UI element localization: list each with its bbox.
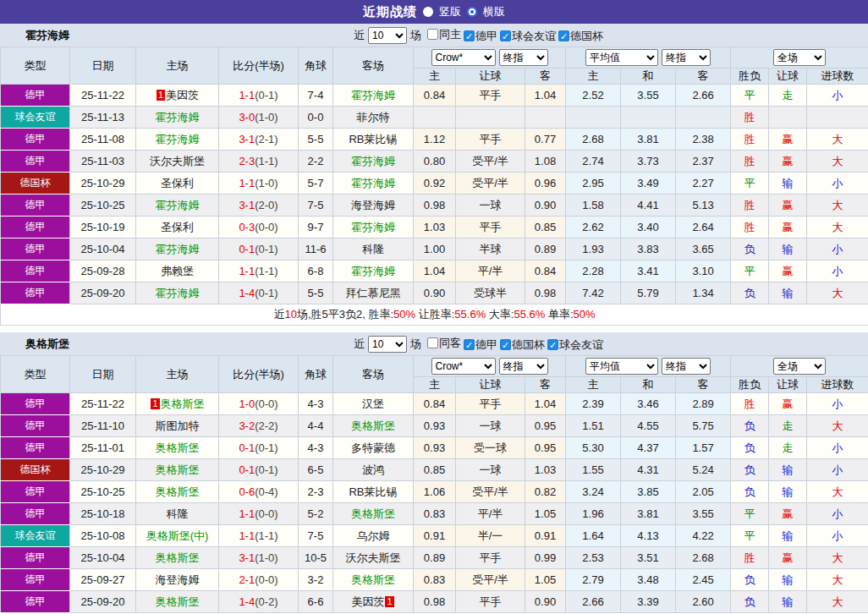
away-team-name[interactable]: 菲尔特 (357, 111, 390, 123)
col-date: 日期 (70, 356, 136, 393)
radio-horizontal-icon[interactable] (467, 7, 477, 17)
away-team-name[interactable]: 霍芬海姆 (351, 221, 395, 233)
away-team-name[interactable]: 海登海姆 (351, 199, 395, 211)
filter-checkbox-德国杯[interactable]: ✓德国杯 (558, 29, 603, 44)
away-team-name[interactable]: 霍芬海姆 (351, 177, 395, 189)
avg-away-cell: 4.22 (676, 525, 731, 547)
checkbox-icon[interactable] (427, 337, 438, 348)
checkbox-icon[interactable]: ✓ (500, 339, 511, 350)
odds-source-select[interactable]: Crow* (431, 358, 496, 375)
filter-checkbox-球会友谊[interactable]: ✓球会友谊 (547, 337, 603, 353)
home-team-name[interactable]: 圣保利 (161, 221, 194, 233)
radio-vertical-icon[interactable] (423, 7, 433, 17)
avg-source-select[interactable]: 平均值 (585, 358, 658, 375)
fulltime-score: 1-1 (239, 529, 255, 542)
away-team-name[interactable]: 霍芬海姆 (351, 89, 395, 101)
result-goals-cell: 小 (807, 260, 868, 282)
filter-checkbox-德甲[interactable]: ✓德甲 (464, 29, 497, 44)
away-team-name[interactable]: 多特蒙德 (351, 441, 395, 454)
match-count-select[interactable]: 10 (368, 27, 407, 44)
odds-home-cell: 1.03 (414, 217, 456, 238)
odds-final-select[interactable]: 终指 (499, 49, 548, 66)
home-team-name[interactable]: 奥格斯堡 (156, 551, 200, 564)
away-team-name[interactable]: 霍芬海姆 (351, 265, 395, 277)
col-away: 客场 (333, 356, 414, 393)
away-team-name[interactable]: 霍芬海姆 (351, 155, 395, 167)
filter-checkbox-同主[interactable]: 同主 (427, 27, 461, 42)
home-team-name[interactable]: 奥格斯堡 (156, 463, 200, 476)
match-row: 德国杯25-10-29圣保利1-1(1-0)5-7霍芬海姆0.92受平/半0.9… (1, 173, 868, 195)
odds-group-header: Crow*终指 (414, 47, 566, 69)
avg-source-select[interactable]: 平均值 (585, 49, 658, 66)
result-wdl-cell: 负 (731, 415, 769, 437)
odds-away-cell: 1.05 (525, 503, 566, 525)
home-team-name[interactable]: 霍芬海姆 (156, 111, 200, 123)
away-team-name[interactable]: 美因茨 (351, 595, 384, 608)
away-team-name[interactable]: 奥格斯堡 (351, 507, 395, 520)
away-team-name[interactable]: 乌尔姆 (357, 529, 390, 542)
fulltime-select[interactable]: 全场 (773, 358, 826, 375)
avg-draw-cell: 4.37 (621, 437, 676, 459)
away-team-name[interactable]: RB莱比锡 (349, 133, 397, 145)
halftime-score: (0-2) (255, 595, 277, 608)
home-team-name[interactable]: 圣保利 (161, 177, 194, 189)
filter-checkbox-德国杯[interactable]: ✓德国杯 (500, 337, 545, 353)
radio-horizontal-label[interactable]: 横版 (483, 4, 505, 19)
away-team-cell: 汉堡 (333, 393, 414, 415)
checkbox-icon[interactable]: ✓ (500, 30, 511, 41)
odds-final-select[interactable]: 终指 (499, 358, 548, 375)
home-team-name[interactable]: 霍芬海姆 (156, 243, 200, 255)
home-team-name[interactable]: 奥格斯堡 (156, 595, 200, 608)
result-handicap-cell: 输 (769, 459, 807, 481)
handicap-cell: 平/半 (456, 260, 525, 282)
away-team-name[interactable]: 奥格斯堡 (351, 573, 395, 586)
home-team-name[interactable]: 霍芬海姆 (156, 199, 200, 211)
filter-checkbox-德甲[interactable]: ✓德甲 (464, 337, 497, 353)
match-date-cell: 25-10-25 (70, 195, 136, 217)
away-team-name[interactable]: 拜仁慕尼黑 (346, 287, 401, 299)
match-row: 德国杯25-10-29奥格斯堡0-1(0-1)6-5波鸿0.85一球1.031.… (1, 459, 868, 481)
home-team-name[interactable]: 奥格斯堡 (161, 397, 205, 410)
match-type-badge: 德甲 (1, 195, 70, 217)
home-team-name[interactable]: 奥格斯堡(中) (146, 529, 209, 542)
home-team-name[interactable]: 美因茨 (166, 89, 199, 101)
checkbox-icon[interactable]: ✓ (558, 30, 569, 41)
checkbox-label: 同客 (439, 336, 461, 351)
result-handicap-cell: 输 (769, 525, 807, 547)
avg-away-cell: 2.68 (676, 547, 731, 569)
radio-vertical-label[interactable]: 竖版 (439, 4, 461, 19)
avg-final-select[interactable]: 终指 (662, 358, 711, 375)
home-team-name[interactable]: 沃尔夫斯堡 (150, 155, 205, 167)
away-team-name[interactable]: RB莱比锡 (349, 485, 397, 498)
away-team-name[interactable]: 波鸿 (362, 463, 384, 476)
fulltime-select[interactable]: 全场 (773, 49, 826, 66)
filter-checkbox-球会友谊[interactable]: ✓球会友谊 (500, 29, 556, 44)
away-team-name[interactable]: 汉堡 (362, 397, 384, 410)
home-team-name[interactable]: 奥格斯堡 (156, 441, 200, 454)
away-team-section-header: 奥格斯堡 近 10 场 同客✓德甲✓德国杯✓球会友谊 (0, 332, 868, 355)
home-team-name[interactable]: 奥格斯堡 (156, 485, 200, 498)
home-team-name[interactable]: 弗赖堡 (161, 265, 194, 277)
avg-final-select[interactable]: 终指 (662, 49, 711, 66)
home-team-name[interactable]: 霍芬海姆 (156, 287, 200, 299)
checkbox-icon[interactable]: ✓ (547, 339, 558, 350)
away-team-name[interactable]: 奥格斯堡 (351, 419, 395, 432)
checkbox-icon[interactable] (427, 29, 438, 40)
halftime-score: (2-1) (255, 133, 277, 145)
away-team-name[interactable]: 沃尔夫斯堡 (346, 551, 401, 564)
subcol-avg-draw: 和 (621, 69, 676, 85)
home-team-name[interactable]: 斯图加特 (156, 419, 200, 432)
result-handicap-cell: 赢 (769, 151, 807, 173)
checkbox-icon[interactable]: ✓ (464, 339, 475, 350)
page-title: 近期战绩 (363, 4, 417, 20)
home-team-name[interactable]: 科隆 (167, 507, 189, 520)
checkbox-icon[interactable]: ✓ (464, 30, 475, 41)
match-type-badge: 德甲 (1, 415, 70, 437)
home-team-name[interactable]: 霍芬海姆 (156, 133, 200, 145)
away-team-name[interactable]: 科隆 (362, 243, 384, 255)
odds-source-select[interactable]: Crow* (431, 49, 496, 66)
fulltime-score: 2-1 (239, 573, 255, 586)
match-count-select[interactable]: 10 (368, 336, 407, 353)
home-team-name[interactable]: 海登海姆 (156, 573, 200, 586)
filter-checkbox-同客[interactable]: 同客 (427, 336, 461, 351)
